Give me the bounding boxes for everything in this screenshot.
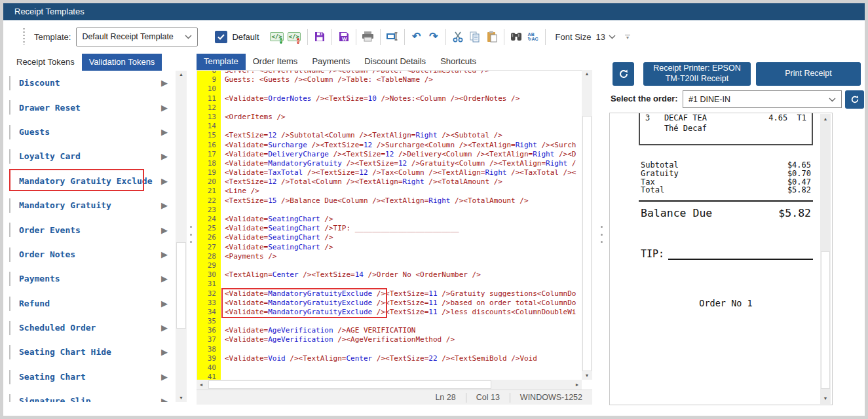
copy-button[interactable] [467, 29, 483, 45]
token-label: Drawer Reset [19, 103, 81, 113]
refresh-printer-button[interactable] [613, 62, 634, 86]
list-item[interactable]: Order Notes▶ [9, 242, 172, 266]
rename-icon [386, 31, 398, 42]
receipt-divider [639, 200, 813, 202]
list-item[interactable]: Seating Chart▶ [9, 365, 172, 389]
scroll-right-icon[interactable]: ► [573, 380, 582, 390]
list-item[interactable]: Seating Chart Hide▶ [9, 340, 172, 364]
list-item[interactable]: Mandatory Gratuity▶ [9, 193, 172, 217]
item-accent-bar [9, 174, 10, 189]
left-splitter-handle[interactable] [189, 226, 192, 243]
list-item[interactable]: Scheduled Order▶ [9, 316, 172, 340]
tab-order-items[interactable]: Order Items [246, 54, 305, 70]
code-line: <Line /> [225, 187, 581, 196]
scroll-up-icon[interactable]: ▲ [176, 71, 187, 79]
scrollbar-thumb[interactable] [208, 380, 491, 389]
line-number: 9 [197, 75, 221, 84]
expand-triangle-icon[interactable]: ▶ [161, 347, 168, 357]
tab-discount-details[interactable]: Discount Details [357, 54, 433, 70]
code-line: <Validate=SeatingChart /> [225, 243, 581, 252]
tab-receipt-tokens[interactable]: Receipt Tokens [9, 54, 82, 71]
toolbar-overflow-button[interactable]: ▾ [625, 35, 630, 39]
undo-button[interactable]: ↶ [409, 29, 425, 45]
save-button[interactable] [312, 29, 328, 45]
redo-button[interactable]: ↷ [426, 29, 442, 45]
receipt-scrollbar[interactable]: ▲ ▼ [820, 114, 831, 404]
expand-triangle-icon[interactable]: ▶ [161, 274, 168, 283]
receipt-templates-window: Receipt Templates Template: Default Rece… [3, 3, 865, 416]
expand-triangle-icon[interactable]: ▶ [161, 127, 168, 137]
tab-shortcuts[interactable]: Shortcuts [433, 54, 483, 70]
list-item[interactable]: Loyalty Card▶ [9, 144, 172, 168]
token-list-scrollbar[interactable]: ▲ ▼ [176, 71, 187, 402]
scroll-down-icon[interactable]: ▼ [820, 395, 831, 403]
expand-triangle-icon[interactable]: ▶ [161, 103, 168, 113]
scroll-left-icon[interactable]: ◄ [197, 380, 206, 390]
list-item[interactable]: Mandatory Gratuity Exclude▶ [9, 169, 172, 193]
expand-triangle-icon[interactable]: ▶ [161, 78, 168, 88]
item-accent-bar [9, 394, 10, 402]
scrollbar-thumb[interactable] [176, 242, 186, 329]
editor-vertical-scrollbar[interactable]: ▲ ▼ [582, 70, 592, 380]
undo-icon: ↶ [412, 31, 421, 42]
order-dropdown[interactable]: #1 DINE-IN [683, 90, 842, 108]
list-item[interactable]: Payments▶ [9, 266, 172, 291]
rename-button[interactable] [385, 29, 400, 45]
list-item[interactable]: Signature Slip▶ [9, 389, 172, 402]
receipt-item-box: 3 DECAF TEA 4.65 T1 Thé Decaf [639, 113, 813, 145]
expand-triangle-icon[interactable]: ▶ [161, 176, 168, 186]
scroll-up-icon[interactable]: ▲ [820, 115, 831, 123]
replace-button[interactable]: AB↻AC [525, 29, 541, 45]
toolbar-grip[interactable] [23, 28, 25, 45]
scroll-down-icon[interactable]: ▼ [176, 394, 187, 402]
default-checkbox[interactable] [215, 31, 227, 43]
template-dropdown-value: Default Receipt Template [82, 32, 185, 41]
expand-triangle-icon[interactable]: ▶ [161, 323, 168, 333]
expand-triangle-icon[interactable]: ▶ [161, 396, 168, 402]
expand-triangle-icon[interactable]: ▶ [161, 372, 168, 382]
scroll-down-icon[interactable]: ▼ [582, 372, 592, 380]
tag-remove-button[interactable]: </>x [288, 29, 303, 45]
paste-button[interactable] [484, 29, 500, 45]
expand-triangle-icon[interactable]: ▶ [161, 200, 168, 210]
template-code-editor[interactable]: 8910111213141516171819202122232425262728… [197, 70, 592, 380]
editor-status-bar: Ln 28 Col 13 WINDOWS-1252 [197, 390, 592, 405]
code-line: <Validate=SeatingChart /> [225, 233, 581, 242]
right-splitter-handle[interactable] [600, 226, 603, 243]
token-label: Mandatory Gratuity Exclude [19, 176, 153, 186]
find-icon [510, 31, 522, 42]
print-receipt-button[interactable]: Print Receipt [756, 62, 861, 86]
expand-triangle-icon[interactable]: ▶ [161, 151, 168, 161]
line-number: 25 [197, 224, 221, 233]
scrollbar-thumb[interactable] [821, 251, 830, 389]
line-number: 38 [197, 345, 221, 354]
receipt-printer-button[interactable]: Receipt Printer: EPSON TM-T20II Receipt [643, 62, 751, 86]
tab-payments[interactable]: Payments [305, 54, 357, 70]
list-item[interactable]: Refund▶ [9, 291, 172, 316]
list-item[interactable]: Guests▶ [9, 120, 172, 144]
order-dropdown-value: #1 DINE-IN [689, 95, 829, 104]
list-item[interactable]: Drawer Reset▶ [9, 95, 172, 119]
tag-add-button[interactable]: </>+ [271, 29, 286, 45]
refresh-order-button[interactable] [845, 90, 864, 109]
editor-horizontal-scrollbar[interactable]: ◄ ► [197, 380, 582, 390]
refresh-icon [850, 95, 859, 104]
print-button-toolbar[interactable] [360, 29, 376, 45]
refresh-icon [618, 69, 629, 79]
tab-template[interactable]: Template [197, 54, 246, 70]
scroll-up-icon[interactable]: ▲ [582, 70, 592, 78]
expand-triangle-icon[interactable]: ▶ [161, 299, 168, 308]
save-as-button[interactable]: W [336, 29, 352, 45]
expand-triangle-icon[interactable]: ▶ [161, 225, 168, 235]
cut-button[interactable] [450, 29, 466, 45]
expand-triangle-icon[interactable]: ▶ [161, 249, 168, 259]
template-dropdown[interactable]: Default Receipt Template [76, 27, 198, 46]
scrollbar-thumb[interactable] [582, 116, 592, 371]
redo-icon: ↷ [429, 31, 438, 42]
list-item[interactable]: Discount▶ [9, 71, 172, 95]
list-item[interactable]: Order Events▶ [9, 217, 172, 242]
code-area[interactable]: Server: <ServerFullName /><Column />Date… [221, 71, 581, 380]
font-size-dropdown[interactable]: 13 [596, 32, 616, 42]
find-button[interactable] [508, 29, 524, 45]
tab-validation-tokens[interactable]: Validation Tokens [82, 54, 162, 71]
